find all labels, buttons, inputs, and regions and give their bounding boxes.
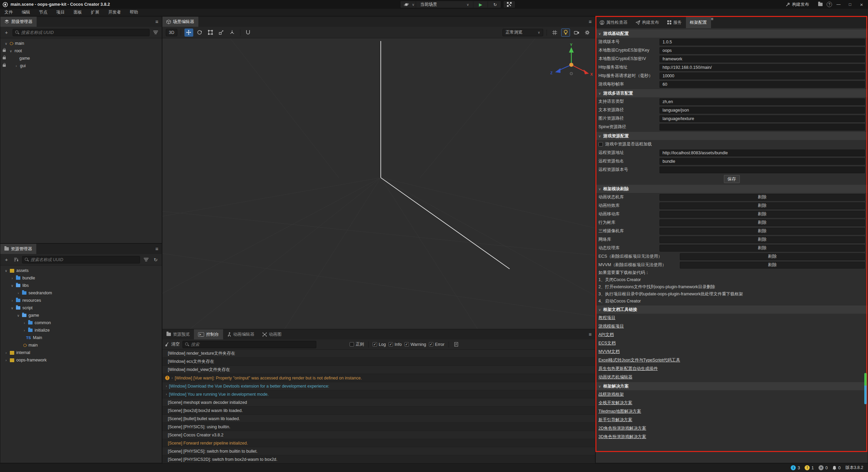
filter-warning-checkbox[interactable]: ✓ Warning [405, 342, 426, 347]
console-message[interactable]: [Scene] [PHYSICS]: switch from builtin t… [162, 447, 595, 455]
menu-edit[interactable]: 编辑 [17, 9, 35, 16]
console-message[interactable]: [Scene] [PHYSICS2D]: switch from box2d-w… [162, 455, 595, 464]
chevron-down-icon[interactable]: ∨ [4, 269, 8, 273]
play-button[interactable]: ▶ [475, 1, 486, 8]
console-message-warning[interactable]: [Scene] Forward render pipeline initiali… [162, 439, 595, 447]
languages-input[interactable] [659, 98, 865, 105]
grid-toggle-button[interactable] [550, 28, 559, 37]
chevron-right-icon[interactable]: › [23, 329, 26, 332]
section-doc-links[interactable]: ∨ 框架文档工具链接 [596, 306, 868, 314]
doc-link[interactable]: 原生包热更新配置自动生成插件 [596, 365, 868, 373]
solution-link[interactable]: 新手引导解决方案 [596, 416, 868, 424]
tab-build-publish[interactable]: 构建发布 [632, 17, 663, 28]
solution-link[interactable]: 3D角色扮演游戏解决方案 [596, 433, 868, 441]
fps-input[interactable] [659, 81, 865, 88]
projection-3d-toggle[interactable]: 3D [166, 29, 177, 36]
solution-link[interactable]: 全栈开发解决方案 [596, 399, 868, 407]
console-message[interactable]: [Window] render_texture文件夹存在 [162, 350, 595, 358]
tab-animation-graph[interactable]: 动画图 [258, 329, 286, 339]
text-res-path-input[interactable] [659, 107, 865, 114]
chevron-right-icon[interactable]: › [4, 351, 8, 355]
asset-node-libs[interactable]: ∨ libs [0, 282, 162, 289]
remove-module-button[interactable]: 剔除 [659, 211, 865, 218]
assets-search-input[interactable] [31, 257, 138, 262]
console-message[interactable]: [Scene] [box2d]:box2d wasm lib loaded. [162, 407, 595, 415]
tab-framework-config[interactable]: 框架配置 [686, 17, 711, 28]
filter-info-checkbox[interactable]: ✓ Info [389, 342, 402, 347]
maximize-button[interactable]: □ [845, 0, 855, 8]
remove-module-button[interactable]: 剔除 [680, 253, 865, 260]
section-modules[interactable]: ∨ 框架模块剔除 [596, 185, 868, 193]
asset-node-seedrandom[interactable]: › seedrandom [0, 289, 162, 297]
remote-bundle-input[interactable] [659, 158, 865, 165]
rotate-tool-button[interactable] [195, 28, 204, 37]
image-res-path-input[interactable] [659, 115, 865, 122]
menu-node[interactable]: 节点 [35, 9, 52, 16]
menu-help[interactable]: 帮助 [125, 9, 143, 16]
help-icon[interactable]: ? [827, 2, 832, 7]
asset-node-initialize[interactable]: › initialize [0, 327, 162, 334]
doc-link[interactable]: MVVM文档 [596, 348, 868, 356]
tab-hierarchy[interactable]: 层级管理器 [0, 17, 37, 27]
build-publish-quick-button[interactable]: 构建发布 [786, 2, 809, 7]
save-button[interactable]: 保存 [724, 175, 740, 183]
chevron-right-icon[interactable]: › [11, 276, 14, 280]
preview-qr-icon[interactable] [504, 1, 515, 8]
filter-log-checkbox[interactable]: ✓ Log [373, 342, 386, 347]
solution-link[interactable]: 2D角色扮演游戏解决方案 [596, 424, 868, 433]
log-file-icon[interactable] [453, 341, 460, 348]
section-game-basic[interactable]: ∨ 游戏基础配置 [596, 29, 868, 38]
tab-services[interactable]: 服务 [663, 17, 686, 28]
tab-assets[interactable]: 资源管理器 [0, 244, 36, 254]
view-mode-select[interactable]: 正常浏览 ∨ [502, 29, 543, 36]
inspector-scrollbar[interactable] [864, 373, 867, 404]
doc-link[interactable]: 动画状态机编辑器 [596, 373, 868, 381]
asset-node-bundle[interactable]: › bundle [0, 274, 162, 282]
console-message-link[interactable]: › [Window] Download the Vue Devtools ext… [162, 382, 595, 390]
asset-node-oops-framework[interactable]: › oops-framework [0, 356, 162, 364]
assets-search[interactable] [22, 256, 140, 263]
scene-menu-icon[interactable]: ≡ [589, 19, 592, 24]
snap-settings-button[interactable] [244, 28, 253, 37]
scene-gear-icon[interactable] [583, 28, 592, 37]
hierarchy-node-gui[interactable]: › gui [0, 62, 162, 70]
remove-module-button[interactable]: 剔除 [659, 202, 865, 209]
chevron-down-icon[interactable]: ∨ [11, 306, 14, 310]
remove-module-button[interactable]: 剔除 [659, 245, 865, 252]
asset-node-resources[interactable]: › resources [0, 297, 162, 304]
console-message-warning[interactable]: ! › [Window] [Vue warn]: Property "onInp… [162, 374, 595, 382]
doc-link[interactable]: 游戏模板项目 [596, 322, 868, 331]
remove-module-button[interactable]: 剔除 [659, 228, 865, 235]
menu-file[interactable]: 文件 [0, 9, 17, 16]
asset-node-common[interactable]: › common [0, 319, 162, 327]
expand-chevron-icon[interactable]: › [166, 384, 167, 388]
orientation-gizmo[interactable]: Y X Z [545, 43, 595, 87]
scale-tool-button[interactable] [217, 28, 226, 37]
solution-link[interactable]: 战棋游戏框架 [596, 390, 868, 399]
menu-extension[interactable]: 扩展 [86, 9, 104, 16]
console-message[interactable]: [Window] model_view文件夹存在 [162, 366, 595, 374]
transform-space-toggle[interactable] [228, 28, 237, 37]
hierarchy-menu-icon[interactable]: ≡ [155, 19, 158, 24]
clear-console-button[interactable]: 清空 [165, 341, 180, 347]
menu-project[interactable]: 项目 [52, 9, 69, 16]
section-solutions[interactable]: ∨ 框架解决方案 [596, 382, 868, 390]
inspector-menu-icon[interactable]: ≡ [711, 17, 713, 28]
status-notification-count[interactable]: 0 [832, 466, 841, 470]
scene-viewport[interactable]: Y X Z [162, 38, 595, 329]
menu-developer[interactable]: 开发者 [104, 9, 125, 16]
hierarchy-node-game[interactable]: game [0, 55, 162, 62]
lock-icon[interactable] [3, 64, 6, 67]
remote-load-checkbox[interactable] [598, 142, 603, 146]
hierarchy-node-root[interactable]: ∨ root [0, 47, 162, 55]
chevron-right-icon[interactable]: › [23, 321, 26, 325]
tab-property-inspector[interactable]: 属性检查器 [596, 17, 632, 28]
chevron-right-icon[interactable]: › [11, 299, 14, 302]
console-message[interactable]: [Scene] [bullet]:bullet wasm lib loaded. [162, 415, 595, 423]
refresh-assets-icon[interactable]: ↻ [152, 256, 159, 263]
expand-chevron-icon[interactable]: › [172, 376, 173, 380]
assets-menu-icon[interactable]: ≡ [155, 246, 158, 252]
solution-link[interactable]: Tiledmap地图解决方案 [596, 407, 868, 416]
spine-res-path-input[interactable] [659, 124, 865, 131]
status-info-count[interactable]: i 3 [791, 465, 800, 470]
